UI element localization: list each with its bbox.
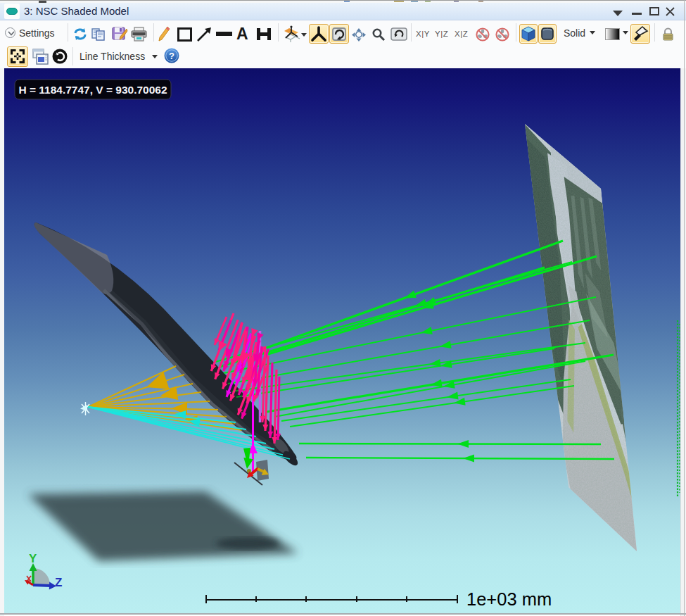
svg-text:?: ? [169,51,174,61]
svg-text:1e+03 mm: 1e+03 mm [466,589,552,609]
svg-text:H = 1184.7747, V = 930.70062: H = 1184.7747, V = 930.70062 [18,84,167,96]
svg-text:Z: Z [55,576,62,589]
svg-text:Y: Y [29,552,37,565]
